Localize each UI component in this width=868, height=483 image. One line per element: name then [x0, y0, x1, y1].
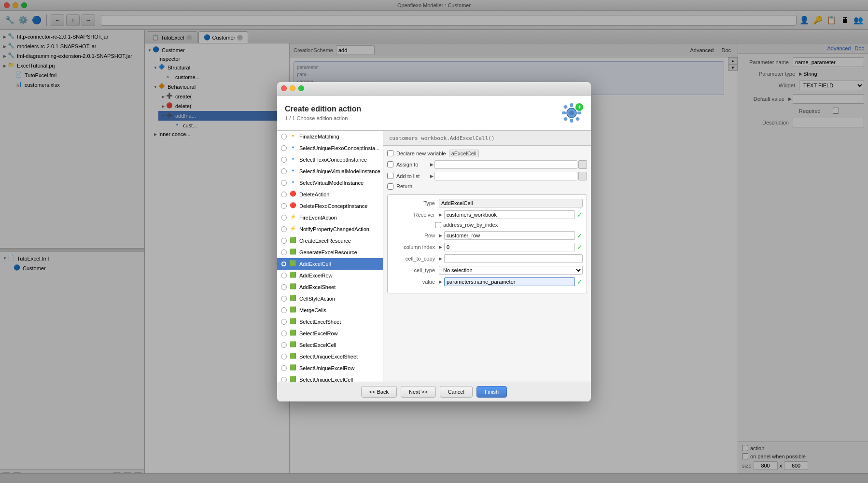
type-label: Type — [392, 200, 435, 206]
svg-rect-9 — [575, 116, 580, 121]
action-selectuniqueexcelcell[interactable]: 🟩 SelectUniqueExcelCell — [277, 374, 383, 382]
cell-type-select[interactable]: No selection STRING NUMERIC BOOLEAN FORM… — [439, 266, 583, 275]
action-selectuniquevirtual[interactable]: 🔹 SelectUniqueVirtualModelInstance — [277, 166, 383, 177]
radio[interactable] — [281, 145, 287, 151]
return-checkbox[interactable] — [387, 183, 393, 190]
action-finalizematching[interactable]: 🔸 FinalizeMatching — [277, 131, 383, 142]
dialog-max-btn[interactable] — [298, 85, 304, 91]
action-label: AddExcelRow — [299, 273, 332, 278]
address-row-check-row: address_row_by_index — [392, 222, 583, 228]
cell-to-copy-input[interactable] — [444, 254, 583, 263]
radio[interactable] — [281, 157, 287, 163]
add-list-checkbox[interactable] — [387, 173, 393, 179]
action-fireevent[interactable]: ⚡ FireEventAction — [277, 212, 383, 223]
radio[interactable] — [281, 249, 287, 255]
action-addexcelcell[interactable]: 🟩 AddExcelCell — [277, 258, 383, 270]
action-config-panel: customers_workbook.AddExcelCell() Declar… — [383, 131, 591, 382]
action-addexcelrow[interactable]: 🟩 AddExcelRow — [277, 270, 383, 281]
row-label: Row — [392, 233, 435, 238]
radio[interactable] — [281, 226, 287, 232]
add-list-label: Add to list — [396, 173, 430, 179]
assign-expand-btn[interactable]: ⋮ — [578, 160, 587, 169]
action-selectvirtual[interactable]: 🔹 SelectVirtualModelInstance — [277, 177, 383, 189]
cancel-button[interactable]: Cancel — [440, 386, 473, 398]
col-index-input[interactable] — [444, 243, 575, 251]
dialog-min-btn[interactable] — [290, 85, 295, 91]
action-selectuniqueexcelsheet[interactable]: 🟩 SelectUniqueExcelSheet — [277, 351, 383, 362]
assign-checkbox[interactable] — [387, 161, 393, 167]
svg-text:+: + — [577, 104, 581, 110]
details-section: Type AddExcelCell Receiver ▶ ✓ — [387, 194, 587, 293]
receiver-check: ✓ — [577, 211, 583, 219]
action-label: DeleteAction — [299, 192, 329, 197]
radio[interactable] — [281, 238, 287, 244]
radio[interactable] — [281, 203, 287, 209]
action-label: AddExcelCell — [299, 261, 331, 267]
action-selectexcelcell[interactable]: 🟩 SelectExcelCell — [277, 339, 383, 351]
action-selectuniqueflexo[interactable]: 🔹 SelectUniqueFlexoConceptInsta... — [277, 142, 383, 154]
radio[interactable] — [281, 296, 287, 302]
action-generateexcel[interactable]: 🟩 GenerateExcelResource — [277, 247, 383, 258]
action-label: SelectUniqueExcelCell — [299, 377, 353, 382]
add-list-input[interactable] — [434, 172, 577, 180]
declare-label: Declare new variable — [396, 151, 446, 156]
assign-row: Assign to ▶ ⋮ — [387, 160, 587, 169]
action-createexcel[interactable]: 🟩 CreateExcelResource — [277, 235, 383, 247]
svg-rect-3 — [570, 119, 573, 123]
radio[interactable] — [281, 284, 287, 290]
radio[interactable] — [281, 319, 287, 325]
cell-copy-expand: ▶ — [439, 256, 442, 261]
action-label: SelectFlexoConceptInstance — [299, 157, 367, 163]
receiver-input[interactable] — [444, 210, 575, 219]
radio[interactable] — [281, 365, 287, 371]
action-label: SelectUniqueVirtualModelInstance — [299, 168, 380, 174]
action-icon: 🔹 — [290, 179, 297, 187]
action-label: FireEventAction — [299, 215, 337, 221]
row-input[interactable] — [444, 231, 575, 240]
row-check: ✓ — [577, 232, 583, 239]
action-addexcelsheet[interactable]: 🟩 AddExcelSheet — [277, 281, 383, 293]
assign-input[interactable] — [434, 160, 577, 169]
radio[interactable] — [281, 180, 287, 186]
radio[interactable] — [281, 307, 287, 313]
action-selectuniqueexcelrow[interactable]: 🟩 SelectUniqueExcelRow — [277, 362, 383, 374]
back-button[interactable]: << Back — [361, 386, 397, 398]
declare-checkbox[interactable] — [387, 150, 393, 156]
action-icon: 🔹 — [290, 144, 297, 152]
value-input[interactable] — [444, 277, 575, 286]
radio[interactable] — [281, 261, 287, 267]
finish-button[interactable]: Finish — [476, 386, 507, 398]
dialog-body: 🔸 FinalizeMatching 🔹 SelectUniqueFlexoCo… — [277, 131, 591, 382]
svg-rect-6 — [563, 104, 568, 109]
radio[interactable] — [281, 273, 287, 278]
value-check: ✓ — [577, 278, 583, 286]
radio[interactable] — [281, 168, 287, 174]
action-delete[interactable]: 🔴 DeleteAction — [277, 189, 383, 200]
radio[interactable] — [281, 377, 287, 382]
action-selectexcelsheet[interactable]: 🟩 SelectExcelSheet — [277, 316, 383, 328]
action-label: SelectExcelRow — [299, 331, 337, 336]
action-selectexcelrow[interactable]: 🟩 SelectExcelRow — [277, 328, 383, 339]
action-cellstyle[interactable]: 🟩 CellStyleAction — [277, 293, 383, 304]
dialog-subtitle: 1 / 1 Choose edition action — [285, 115, 554, 121]
radio[interactable] — [281, 134, 287, 139]
action-label: CreateExcelResource — [299, 238, 351, 244]
action-icon: 🔴 — [290, 191, 297, 198]
radio[interactable] — [281, 342, 287, 348]
radio[interactable] — [281, 215, 287, 221]
address-row-checkbox[interactable] — [435, 222, 441, 228]
next-button[interactable]: Next >> — [401, 386, 436, 398]
action-icon: 🟩 — [290, 318, 297, 326]
radio[interactable] — [281, 192, 287, 197]
action-selectflexo[interactable]: 🔹 SelectFlexoConceptInstance — [277, 154, 383, 166]
radio[interactable] — [281, 354, 287, 359]
action-notify[interactable]: ⚡ NotifyPropertyChangedAction — [277, 223, 383, 235]
action-label: SelectUniqueFlexoConceptInsta... — [299, 145, 379, 151]
action-list: 🔸 FinalizeMatching 🔹 SelectUniqueFlexoCo… — [277, 131, 383, 382]
add-list-expand-btn[interactable]: ⋮ — [578, 172, 587, 180]
radio[interactable] — [281, 331, 287, 336]
action-deleteflexo[interactable]: 🔴 DeleteFlexoConceptInstance — [277, 200, 383, 212]
return-row: Return — [387, 183, 587, 190]
dialog-close-btn[interactable] — [281, 85, 287, 91]
action-mergecells[interactable]: 🟩 MergeCells — [277, 304, 383, 316]
